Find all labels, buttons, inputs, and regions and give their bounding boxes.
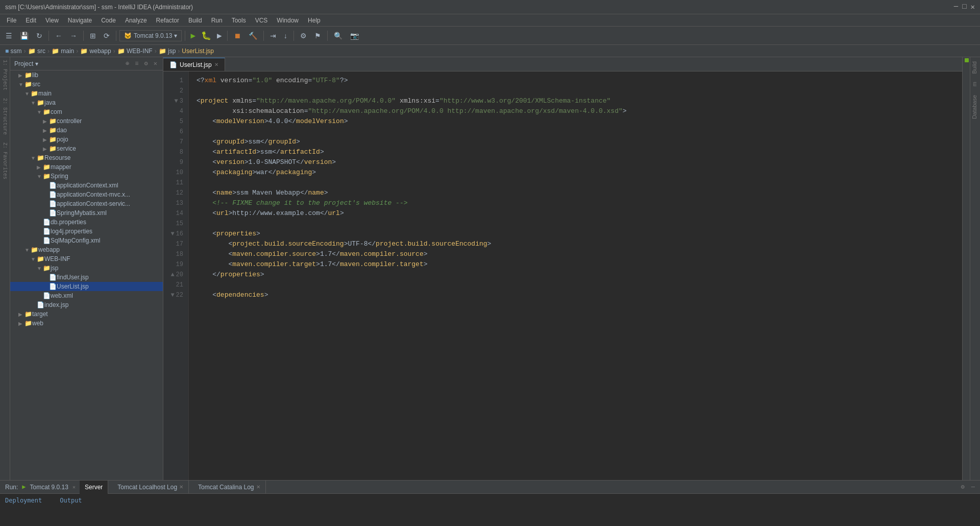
catalina-log-close-btn[interactable]: ✕ (256, 484, 260, 490)
menu-file[interactable]: File (3, 16, 20, 25)
close-button[interactable]: ✕ (971, 3, 975, 11)
tree-item-finduser[interactable]: 📄 findUser.jsp (10, 273, 163, 282)
tree-item-db-props[interactable]: 📄 db.properties (10, 218, 163, 227)
database-panel-label[interactable]: Database (970, 91, 980, 123)
breadcrumb-webapp[interactable]: 📁 webapp (80, 47, 111, 55)
tree-item-src[interactable]: ▼ 📁 src (10, 80, 163, 89)
run-button[interactable]: ▶ (188, 30, 198, 42)
project-panel-icon[interactable]: 1: Project (2, 60, 8, 90)
debug-button[interactable]: 🐛 (199, 30, 213, 42)
run-config-icon: 🐱 (124, 32, 132, 39)
localhost-log-close-btn[interactable]: ✕ (179, 484, 183, 490)
tree-item-jsp-folder[interactable]: ▼ 📁 jsp (10, 264, 163, 273)
toolbar-step-into-btn[interactable]: ↓ (281, 30, 290, 41)
menu-vcs[interactable]: VCS (251, 16, 272, 25)
tree-item-dao[interactable]: ▶ 📁 dao (10, 126, 163, 135)
toolbar-window-btn[interactable]: ⊞ (87, 30, 99, 41)
dropdown-arrow-icon: ▾ (174, 32, 177, 39)
toolbar-build-btn[interactable]: 🔨 (246, 30, 260, 41)
tree-new-btn[interactable]: ⊕ (124, 59, 131, 68)
toolbar-settings-btn[interactable]: ⚙ (297, 30, 310, 41)
window-controls[interactable]: ─ □ ✕ (954, 3, 975, 11)
file-icon-finduser: 📄 (49, 274, 57, 281)
menu-edit[interactable]: Edit (21, 16, 40, 25)
run-panel-settings-btn[interactable]: ⚙ (961, 483, 965, 491)
tree-item-mapper[interactable]: ▶ 📁 mapper (10, 162, 163, 172)
build-panel-label[interactable]: Build (970, 57, 980, 78)
menu-run[interactable]: Run (207, 16, 227, 25)
tree-item-pojo[interactable]: ▶ 📁 pojo (10, 135, 163, 144)
run-coverage-btn[interactable]: ▶ (215, 30, 224, 42)
tree-item-springmybatis[interactable]: 📄 SpringMybatis.xml (10, 208, 163, 218)
code-content[interactable]: <?xml version="1.0" encoding="UTF-8"?> <… (189, 71, 962, 480)
toolbar-project-btn[interactable]: ☰ (3, 30, 15, 41)
toolbar-sep8 (327, 31, 328, 41)
tree-item-java[interactable]: ▼ 📁 java (10, 98, 163, 107)
toolbar-forward-btn[interactable]: → (67, 30, 80, 41)
run-panel-minimize-btn[interactable]: — (971, 484, 975, 491)
tree-close-btn[interactable]: ✕ (152, 59, 159, 68)
menu-analyze[interactable]: Analyze (121, 16, 151, 25)
file-icon-appctx-mvc: 📄 (49, 191, 57, 198)
run-tab-server[interactable]: Server (80, 481, 108, 494)
file-icon-indexjsp: 📄 (37, 301, 44, 308)
favorites-panel-icon[interactable]: Z: Favorites (2, 142, 8, 179)
toolbar-stop-btn[interactable]: ⏹ (231, 30, 244, 41)
toolbar-camera-btn[interactable]: 📷 (347, 30, 362, 41)
menu-refactor[interactable]: Refactor (152, 16, 183, 25)
code-editor[interactable]: 1 2 ▼3 4 5 6 7 8 9 10 11 12 13 14 15 ▼16… (163, 71, 962, 480)
tree-item-com[interactable]: ▼ 📁 com (10, 107, 163, 116)
toolbar-sync-btn[interactable]: ↻ (33, 30, 45, 41)
toolbar-save-btn[interactable]: 💾 (17, 30, 32, 41)
tree-item-spring[interactable]: ▼ 📁 Spring (10, 172, 163, 181)
tree-item-appctx-mvc[interactable]: 📄 applicationContext-mvc.x... (10, 190, 163, 199)
menu-tools[interactable]: Tools (228, 16, 250, 25)
breadcrumb-main[interactable]: 📁 main (52, 47, 74, 55)
tree-settings-btn[interactable]: ⚙ (143, 59, 150, 68)
run-tab-catalina-log[interactable]: Tomcat Catalina Log ✕ (193, 481, 265, 494)
tree-item-lib[interactable]: ▶ 📁 lib (10, 70, 163, 80)
menu-navigate[interactable]: Navigate (64, 16, 96, 25)
maximize-button[interactable]: □ (962, 3, 966, 11)
tree-item-log4j[interactable]: 📄 log4j.properties (10, 227, 163, 236)
breadcrumb-src[interactable]: 📁 src (28, 47, 45, 55)
breadcrumb-ssm[interactable]: ■ ssm (5, 47, 22, 55)
run-tab-localhost-log[interactable]: Tomcat Localhost Log ✕ (112, 481, 189, 494)
toolbar-search-struct-btn[interactable]: ⟳ (101, 30, 113, 41)
tree-item-service[interactable]: ▶ 📁 service (10, 144, 163, 153)
tree-collapse-btn[interactable]: ≡ (133, 60, 140, 68)
run-configuration-selector[interactable]: 🐱 Tomcat 9.0.13 ▾ (119, 30, 182, 41)
tree-item-webxml[interactable]: 📄 web.xml (10, 291, 163, 300)
tree-item-appctx-service[interactable]: 📄 applicationContext-servic... (10, 199, 163, 208)
tree-item-web[interactable]: ▶ 📁 web (10, 319, 163, 328)
tree-item-resourse[interactable]: ▼ 📁 Resourse (10, 153, 163, 162)
tab-close-btn[interactable]: ✕ (214, 62, 218, 67)
tree-item-webapp[interactable]: ▼ 📁 webapp (10, 245, 163, 254)
menu-code[interactable]: Code (97, 16, 120, 25)
tree-item-controller[interactable]: ▶ 📁 controller (10, 116, 163, 126)
tree-item-target[interactable]: ▶ 📁 target (10, 309, 163, 319)
tree-item-webinf[interactable]: ▼ 📁 WEB-INF (10, 254, 163, 264)
tree-item-userlist[interactable]: 📄 UserList.jsp (10, 282, 163, 291)
menu-window[interactable]: Window (273, 16, 303, 25)
toolbar-search-btn[interactable]: 🔍 (331, 30, 346, 41)
run-config-close-btn[interactable]: ✕ (72, 484, 76, 490)
toolbar-step-over-btn[interactable]: ⇥ (267, 30, 279, 41)
breadcrumb-jsp[interactable]: 📁 jsp (159, 47, 176, 55)
folder-icon-webinf: 📁 (37, 255, 44, 262)
structure-panel-icon[interactable]: 2: Structure (2, 98, 8, 135)
tree-item-indexjsp[interactable]: 📄 index.jsp (10, 300, 163, 309)
toolbar-back-btn[interactable]: ← (52, 30, 65, 41)
menu-build[interactable]: Build (184, 16, 206, 25)
tree-item-sqlmapconfig[interactable]: 📄 SqlMapConfig.xml (10, 236, 163, 245)
maven-panel-label[interactable]: m (970, 78, 980, 90)
breadcrumb-webinf[interactable]: 📁 WEB-INF (117, 47, 153, 55)
minimize-button[interactable]: ─ (954, 3, 958, 11)
menu-help[interactable]: Help (304, 16, 325, 25)
right-sidebar-scrollbar[interactable] (962, 57, 970, 480)
tree-item-main[interactable]: ▼ 📁 main (10, 89, 163, 98)
menu-view[interactable]: View (41, 16, 63, 25)
toolbar-bookmark-btn[interactable]: ⚑ (311, 30, 324, 41)
tree-item-appctx[interactable]: 📄 applicationContext.xml (10, 181, 163, 190)
editor-tab-userlist[interactable]: 📄 UserList.jsp ✕ (163, 58, 225, 71)
